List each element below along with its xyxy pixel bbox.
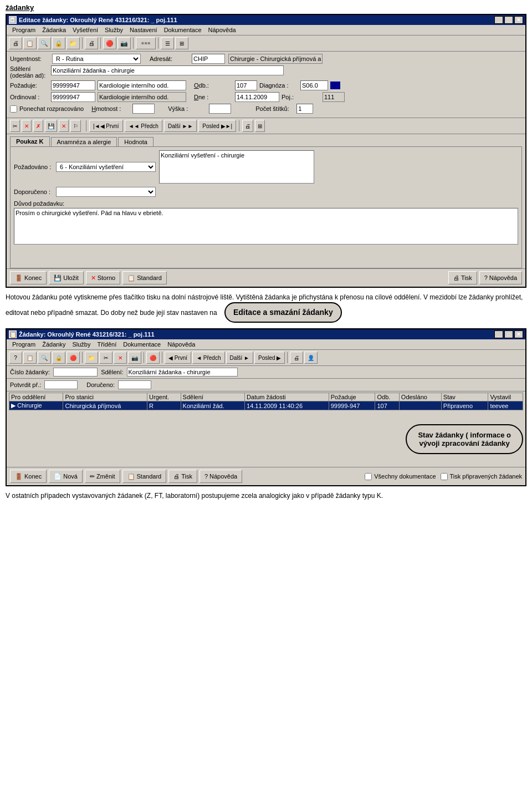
tb2-btn1[interactable]: ? — [9, 352, 22, 364]
pozaduje-dept[interactable] — [98, 80, 186, 90]
vsechny-label: Všechny dokumentace — [374, 473, 436, 480]
duvod-textarea[interactable]: Prosím o chirurgické vyšetření. Pád na h… — [14, 208, 518, 245]
tab-poukaz[interactable]: Poukaz K — [10, 136, 50, 146]
ordinoval-id[interactable] — [51, 92, 95, 102]
menu2-napoveda[interactable]: Nápověda — [164, 340, 198, 348]
menu2-zadanky[interactable]: Žádanky — [39, 340, 69, 348]
toolbar-btn-3[interactable]: 🔍 — [38, 37, 51, 49]
potvrdit-input[interactable] — [44, 380, 78, 389]
minimize-button[interactable]: _ — [494, 16, 503, 24]
nav-last[interactable]: Posled ▶ ►| — [198, 120, 236, 132]
pozadovano-select[interactable]: 6 - Konziliární vyšetření — [56, 162, 156, 172]
action-cross1[interactable]: ✕ — [22, 120, 32, 132]
tisk-button[interactable]: 🖨 Tisk — [448, 271, 477, 284]
toolbar-btn-7[interactable]: 🔴 — [103, 37, 116, 49]
vsechny-checkbox[interactable] — [365, 473, 372, 480]
napoveda-button2[interactable]: ? Nápověda — [200, 470, 242, 483]
standard-button[interactable]: 📋 Standard — [122, 271, 167, 284]
konec-button2[interactable]: 🚪 Konec — [10, 470, 47, 483]
nav2-last[interactable]: Posled ▶ — [254, 352, 285, 364]
tb2-btn12[interactable]: 👤 — [304, 352, 318, 364]
menu-napoveda[interactable]: Nápověda — [205, 26, 239, 34]
diagnoza-input[interactable] — [300, 80, 328, 90]
toolbar-btn-8[interactable]: 📷 — [117, 37, 131, 49]
tb2-btn8[interactable]: ✕ — [114, 352, 127, 364]
menu-sluzby[interactable]: Služby — [101, 26, 126, 34]
action-cut[interactable]: ✂ — [10, 120, 20, 132]
tb2-btn9[interactable]: 📷 — [128, 352, 141, 364]
toolbar-btn-2[interactable]: 📋 — [23, 37, 37, 49]
minimize-button2[interactable]: _ — [494, 330, 503, 338]
ulozit-button[interactable]: 💾 Uložit — [49, 271, 84, 284]
pocet-stitku-input[interactable] — [296, 104, 313, 114]
tisk-priprav-checkbox[interactable] — [441, 473, 448, 480]
tisk-button2[interactable]: 🖨 Tisk — [168, 470, 197, 483]
toolbar-btn-11[interactable]: ⊞ — [175, 37, 188, 49]
adresat-input[interactable] — [192, 54, 225, 64]
diagnoza-color-btn[interactable] — [330, 82, 340, 89]
action-save[interactable]: 💾 — [45, 120, 57, 132]
odb-input[interactable] — [235, 80, 257, 90]
action-cross2[interactable]: ✗ — [33, 120, 43, 132]
toolbar-btn-5[interactable]: 📁 — [66, 37, 80, 49]
tb2-btn2[interactable]: 📋 — [23, 352, 37, 364]
menu-dokumentace[interactable]: Dokumentace — [161, 26, 205, 34]
tb2-btn7[interactable]: ✂ — [99, 352, 112, 364]
menu2-dokumentace[interactable]: Dokumentace — [120, 340, 164, 348]
nav-prev[interactable]: ◄ ◄ Předch — [125, 120, 162, 132]
vyska-input[interactable] — [209, 104, 231, 114]
toolbar-btn-9[interactable]: ▪▪▪ — [136, 37, 156, 49]
maximize-button2[interactable]: □ — [504, 330, 513, 338]
sdeleni2-input[interactable] — [127, 368, 238, 376]
dne-input[interactable] — [235, 92, 279, 102]
pozaduje-id[interactable] — [51, 80, 95, 90]
toolbar-btn-4[interactable]: 🔒 — [52, 37, 65, 49]
tab-anamneza[interactable]: Anamnéza a alergie — [51, 137, 117, 146]
menu-program[interactable]: Program — [9, 26, 39, 34]
maximize-button[interactable]: □ — [504, 16, 513, 24]
action-printer[interactable]: 🖨 — [242, 120, 253, 132]
menu-nastaveni[interactable]: Nastavení — [126, 26, 161, 34]
nav-first[interactable]: |◄ ◀ První — [89, 120, 123, 132]
nav-next[interactable]: Další ► ► — [164, 120, 197, 132]
toolbar-btn-1[interactable]: 🖨 — [9, 37, 22, 49]
urgentnost-select[interactable]: R - Rutina — [52, 54, 141, 64]
menu2-sluzby[interactable]: Služby — [69, 340, 94, 348]
tb2-btn6[interactable]: 📁 — [85, 352, 98, 364]
standard-button2[interactable]: 📋 Standard — [122, 470, 167, 483]
toolbar-btn-10[interactable]: ☰ — [161, 37, 174, 49]
menu-zadanka[interactable]: Žádanka — [39, 26, 69, 34]
tb2-btn10[interactable]: 🔴 — [146, 352, 160, 364]
menu2-program[interactable]: Program — [9, 340, 39, 348]
nav2-prev[interactable]: ◄ Předch — [192, 352, 224, 364]
close-button[interactable]: ✕ — [514, 16, 523, 24]
tb2-btn5[interactable]: 🔴 — [66, 352, 80, 364]
doruceno-input[interactable] — [118, 380, 151, 389]
menubar2: Program Žádanky Služby Třídění Dokumenta… — [7, 339, 525, 350]
nav2-next[interactable]: Další ► — [226, 352, 253, 364]
close-button2[interactable]: ✕ — [514, 330, 523, 338]
pozadovano-textarea[interactable]: Konziliární vyšetření - chirurgie — [159, 150, 314, 184]
sdeleni-input[interactable] — [51, 65, 284, 75]
ponechat-checkbox[interactable] — [10, 105, 17, 113]
menu2-trideni[interactable]: Třídění — [94, 340, 120, 348]
action-delete[interactable]: ✕ — [59, 120, 69, 132]
action-flag[interactable]: ⚐ — [70, 120, 81, 132]
cislo-zadanky-input[interactable] — [53, 368, 98, 376]
nav2-first[interactable]: ◀ První — [165, 352, 191, 364]
konec-button[interactable]: 🚪 Konec — [10, 271, 47, 284]
doporuceno-select[interactable] — [56, 187, 156, 197]
tb2-btn3[interactable]: 🔍 — [38, 352, 51, 364]
tab-hodnota[interactable]: Hodnota — [118, 137, 154, 146]
nova-button[interactable]: 📄 Nová — [49, 470, 83, 483]
napoveda-button[interactable]: ? Nápověda — [479, 271, 522, 284]
zmenit-button[interactable]: ✏ Změnit — [85, 470, 120, 483]
table-row[interactable]: Chirurgie Chirurgická příjmová R Konzili… — [9, 401, 523, 410]
tb2-btn11[interactable]: 🖨 — [290, 352, 303, 364]
menu-vysetreni[interactable]: Vyšetření — [69, 26, 101, 34]
hmotnost-input[interactable] — [132, 104, 155, 114]
action-grid[interactable]: ⊞ — [255, 120, 265, 132]
storno-button[interactable]: ✕ Storno — [86, 271, 120, 284]
toolbar-btn-6[interactable]: 🖨 — [85, 37, 98, 49]
tb2-btn4[interactable]: 🔒 — [52, 352, 65, 364]
